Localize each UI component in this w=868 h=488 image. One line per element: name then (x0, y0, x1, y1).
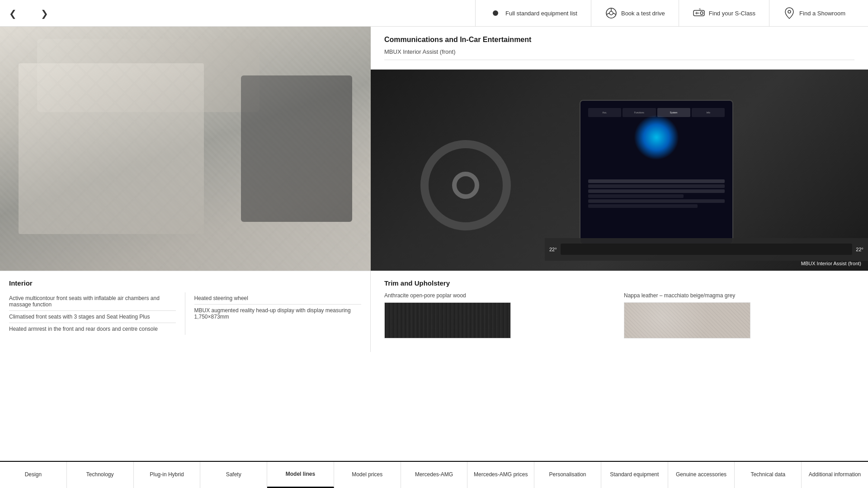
svg-line-4 (613, 13, 616, 14)
dot-icon (489, 7, 502, 19)
trim-leather-label: Nappa leather – macchiato beige/magma gr… (624, 292, 854, 299)
feature-item: Active multicontour front seats with inf… (9, 292, 176, 311)
nav-mercedes-amg[interactable]: Mercedes-AMG (401, 462, 468, 488)
nav-test-drive[interactable]: Book a test drive (591, 0, 679, 27)
nav-genuine-accessories[interactable]: Genuine accessories (668, 462, 735, 488)
trim-leather-swatch (624, 302, 750, 338)
feature-item: Heated armrest in the front and rear doo… (9, 323, 176, 335)
info-panel: Communications and In-Car Entertainment … (371, 27, 868, 70)
trim-section: Trim and Upholstery Anthracite open-pore… (371, 271, 868, 352)
left-interior-image (0, 27, 371, 271)
svg-point-6 (700, 12, 703, 14)
nav-personalisation[interactable]: Personalisation (534, 462, 601, 488)
bottom-nav: Design Technology Plug-in Hybrid Safety … (0, 461, 868, 488)
location-icon (783, 7, 796, 19)
nav-design[interactable]: Design (0, 462, 67, 488)
feature-item: Heated steering wheel (194, 292, 362, 305)
svg-text:S: S (699, 8, 701, 10)
right-image-caption: MBUX Interior Assist (front) (801, 261, 861, 266)
nav-model-lines[interactable]: Model lines (267, 462, 334, 488)
feature-item: Climatised front seats with 3 stages and… (9, 311, 176, 323)
trim-option-wood: Anthracite open-pore poplar wood (384, 292, 615, 338)
interior-title: Interior (9, 279, 361, 287)
nav-additional-information[interactable]: Additional information (802, 462, 868, 488)
prev-arrow-button[interactable]: ❮ (0, 0, 26, 27)
nav-standard-equipment[interactable]: Standard equipment (601, 462, 668, 488)
nav-plug-in-hybrid[interactable]: Plug-in Hybrid (134, 462, 201, 488)
trim-wood-label: Anthracite open-pore poplar wood (384, 292, 615, 299)
nav-equipment-list[interactable]: Full standard equipment list (475, 0, 591, 27)
nav-safety[interactable]: Safety (200, 462, 267, 488)
nav-mercedes-amg-prices[interactable]: Mercedes-AMG prices (467, 462, 534, 488)
trim-title: Trim and Upholstery (384, 279, 854, 287)
steering-wheel-icon (605, 7, 618, 19)
nav-technical-data[interactable]: Technical data (735, 462, 802, 488)
trim-option-leather: Nappa leather – macchiato beige/magma gr… (624, 292, 854, 338)
nav-model-prices[interactable]: Model prices (334, 462, 401, 488)
nav-technology[interactable]: Technology (67, 462, 134, 488)
right-interior-image: Ass. Functions System Info 22° 22° (371, 70, 868, 271)
car-key-icon: S (693, 7, 705, 19)
info-title: Communications and In-Car Entertainment (384, 36, 854, 44)
info-subtitle: MBUX Interior Assist (front) (384, 48, 854, 60)
next-arrow-button[interactable]: ❯ (32, 0, 57, 27)
features-grid: Active multicontour front seats with inf… (9, 292, 361, 335)
svg-line-3 (606, 13, 609, 14)
svg-point-10 (788, 10, 791, 13)
nav-find-showroom[interactable]: Find a Showroom (769, 0, 859, 27)
trim-wood-swatch (384, 302, 511, 338)
interior-features-section: Interior Active multicontour front seats… (0, 271, 371, 352)
nav-find-s-class[interactable]: S Find your S-Class (679, 0, 769, 27)
trim-options: Anthracite open-pore poplar wood Nappa l… (384, 292, 854, 338)
feature-item: MBUX augmented reality head-up display w… (194, 305, 362, 323)
svg-point-1 (609, 11, 613, 15)
